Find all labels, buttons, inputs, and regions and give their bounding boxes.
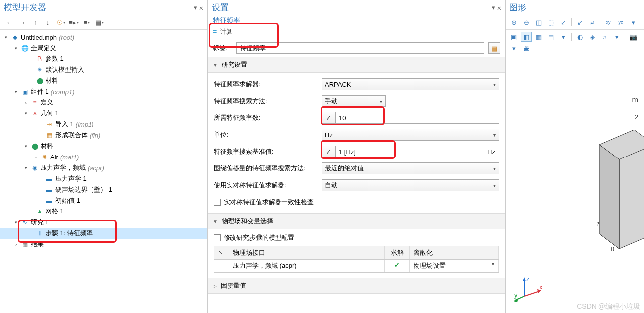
tree-node-params[interactable]: Pᵢ 参数 1: [0, 53, 207, 64]
real-sym-combo[interactable]: 自动: [322, 179, 499, 191]
select-point-icon[interactable]: ▤: [546, 32, 556, 42]
section-study-settings[interactable]: ▼ 研究设置: [208, 57, 505, 73]
axis-tick: 2: [635, 114, 638, 121]
tree-node-study[interactable]: ▾∿ 研究 1: [0, 217, 207, 228]
zoom-sel-icon[interactable]: ⤢: [558, 17, 569, 27]
desired-n-input[interactable]: [335, 112, 499, 124]
search-method-combo[interactable]: 手动: [322, 95, 386, 107]
zoom-in-icon[interactable]: ⊕: [508, 17, 519, 27]
tree-node-mesh[interactable]: ▲ 网格 1: [0, 206, 207, 217]
shift-unit: Hz: [487, 148, 499, 156]
nav-back-icon[interactable]: ←: [4, 17, 15, 27]
tree-node-materials-comp[interactable]: ▾⬤ 材料: [0, 141, 207, 152]
svg-text:z: z: [526, 277, 530, 283]
view-more-icon[interactable]: ▾: [628, 17, 639, 27]
settings-collapse-icon[interactable]: ▾ ⨉: [492, 4, 501, 12]
tree-node-definitions[interactable]: ▹≡ 定义: [0, 97, 207, 108]
table-expand-icon[interactable]: ⤡: [218, 249, 223, 255]
clipboard-icon[interactable]: ▾: [508, 43, 519, 53]
tree-node-acpr[interactable]: ▾◉ 压力声学，频域(acpr): [0, 162, 207, 173]
compute-button[interactable]: = 计算: [213, 27, 500, 36]
model-input-icon: ✴: [36, 66, 44, 74]
view-default-icon[interactable]: ⤾: [587, 17, 598, 27]
tag-action-icon[interactable]: ▤: [488, 42, 500, 54]
select-domain-icon[interactable]: ▣: [508, 32, 519, 42]
nav-down-icon[interactable]: ↓: [43, 17, 53, 27]
svg-marker-7: [514, 298, 518, 302]
axis-m-label: m: [632, 95, 639, 104]
screenshot-icon[interactable]: 📷: [628, 32, 639, 42]
form-union-icon: ▦: [46, 131, 53, 139]
lighting-icon[interactable]: ☼: [599, 32, 610, 42]
svg-line-4: [524, 291, 539, 296]
tree-node-geometry[interactable]: ▾⋏ 几何 1: [0, 108, 207, 119]
tree-node-hardwall[interactable]: ▬ 硬声场边界（壁） 1: [0, 184, 207, 195]
desired-n-checkbox[interactable]: ✓: [322, 112, 335, 124]
zoom-box-icon[interactable]: ◫: [533, 17, 544, 27]
svg-marker-3: [523, 277, 526, 281]
tree-node-air[interactable]: ▹✺ Air(mat1): [0, 152, 207, 162]
graphics-canvas[interactable]: m 2 0 2 m 2 0 z x y CSDN @编程小垃圾: [506, 55, 644, 313]
tree-node-form-union[interactable]: ▦ 形成联合体(fin): [0, 130, 207, 141]
tree-list-icon[interactable]: ≡: [81, 17, 92, 27]
tree-collapse-icon[interactable]: ≡▸: [68, 17, 79, 27]
shift-checkbox[interactable]: ✓: [322, 146, 335, 157]
compute-label: 计算: [220, 27, 232, 36]
tree-node-default-input[interactable]: ✴ 默认模型输入: [0, 64, 207, 75]
definitions-icon: ≡: [31, 99, 39, 106]
tree-node-import[interactable]: ⇥ 导入 1(imp1): [0, 119, 207, 130]
view-xy-icon[interactable]: ↙: [574, 17, 585, 27]
results-icon: ▦: [21, 240, 29, 248]
solver-label: 特征频率求解器:: [214, 80, 322, 89]
unit-combo[interactable]: Hz: [322, 129, 499, 141]
collapse-panel-icon[interactable]: ▾ ⨉: [194, 4, 203, 12]
model-tree[interactable]: ▾◆ Untitled.mph(root) ▾🌐 全局定义 Pᵢ 参数 1 ✴ …: [0, 30, 207, 313]
nav-forward-icon[interactable]: →: [17, 17, 28, 27]
nav-up-icon[interactable]: ↑: [30, 17, 41, 27]
around-shift-combo[interactable]: 最近的绝对值: [322, 162, 499, 174]
zoom-out-icon[interactable]: ⊖: [521, 17, 532, 27]
watermark: CSDN @编程小垃圾: [577, 302, 640, 311]
shift-input[interactable]: [335, 146, 484, 157]
wireframe-icon[interactable]: ◈: [587, 32, 598, 42]
print-icon[interactable]: 🖶: [521, 43, 532, 53]
tree-node-root[interactable]: ▾◆ Untitled.mph(root): [0, 32, 207, 43]
section-study-label: 研究设置: [222, 60, 247, 69]
consistency-label: 实对称特征值求解器一致性检查: [224, 198, 314, 207]
tree-filter-icon[interactable]: ▤: [94, 17, 105, 27]
section-physics[interactable]: ▼ 物理场和变量选择: [208, 213, 505, 229]
col-solve: 求解: [385, 246, 410, 259]
tree-node-component[interactable]: ▾▣ 组件 1(comp1): [0, 86, 207, 97]
col-interface: 物理场接口: [229, 246, 385, 259]
solver-combo[interactable]: ARPACK: [322, 78, 499, 90]
tree-node-results[interactable]: ▹▦ 结果: [0, 239, 207, 250]
select-edge-icon[interactable]: ▦: [533, 32, 544, 42]
tag-label: 标签:: [213, 44, 232, 52]
settings-subtitle: 特征频率: [213, 16, 500, 25]
geometry-cube: [599, 130, 644, 249]
select-none-icon[interactable]: ▾: [558, 32, 569, 42]
section-dependent-vars[interactable]: ▷ 因变量值: [208, 278, 505, 294]
solve-check-icon[interactable]: ✓: [394, 261, 400, 269]
select-boundary-icon[interactable]: ◧: [521, 32, 532, 42]
tree-node-global-definitions[interactable]: ▾🌐 全局定义: [0, 43, 207, 53]
svg-text:x: x: [539, 283, 543, 291]
scene-icon[interactable]: ▾: [611, 32, 622, 42]
tree-node-materials-global[interactable]: ⬤ 材料: [0, 75, 207, 86]
show-icon[interactable]: ☉: [55, 17, 66, 27]
view-xy-btn[interactable]: xy: [603, 17, 614, 27]
tag-input[interactable]: [236, 42, 484, 54]
tree-node-initial[interactable]: ▬ 初始值 1: [0, 195, 207, 206]
air-material-icon: ✺: [41, 153, 48, 161]
tree-node-step-eigenfrequency[interactable]: ⫴ 步骤 1: 特征频率: [0, 228, 207, 239]
table-row[interactable]: 压力声学，频域 (acpr) ✓ 物理场设置: [214, 260, 499, 272]
modify-config-checkbox[interactable]: 修改研究步骤的模型配置: [214, 233, 294, 242]
tree-node-pacoustics[interactable]: ▬ 压力声学 1: [0, 173, 207, 184]
consistency-checkbox[interactable]: 实对称特征值求解器一致性检查: [214, 198, 314, 207]
zoom-extents-icon[interactable]: ⬚: [546, 17, 556, 27]
view-yz-btn[interactable]: yz: [615, 17, 626, 27]
discretization-combo[interactable]: 物理场设置: [414, 261, 494, 270]
modify-config-label: 修改研究步骤的模型配置: [224, 233, 294, 242]
transparency-icon[interactable]: ◐: [574, 32, 585, 42]
graphics-title: 图形: [509, 2, 526, 13]
